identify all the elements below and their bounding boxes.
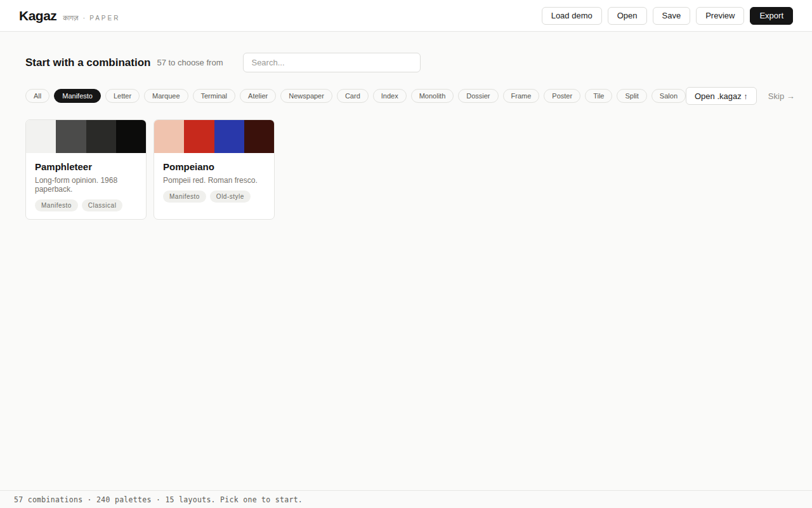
header-actions: Load demoOpenSavePreviewExport <box>542 7 793 25</box>
save-button[interactable]: Save <box>653 7 691 25</box>
filter-chip-all[interactable]: All <box>25 89 49 103</box>
page-title: Start with a combination <box>25 57 150 69</box>
status-bar: 57 combinations · 240 palettes · 15 layo… <box>0 490 812 508</box>
load-demo-button[interactable]: Load demo <box>542 7 602 25</box>
tag-manifesto: Manifesto <box>163 190 206 203</box>
combination-card-pamphleteer[interactable]: Pamphleteer Long-form opinion. 1968 pape… <box>25 119 147 220</box>
color-swatch <box>86 120 116 153</box>
upload-arrow-icon: ↑ <box>743 91 748 101</box>
logo-subtitle: कागज़ · PAPER <box>63 14 120 22</box>
color-swatch <box>244 120 274 153</box>
card-description: Long-form opinion. 1968 paperback. <box>35 176 137 194</box>
export-button[interactable]: Export <box>750 7 793 25</box>
filter-chip-salon[interactable]: Salon <box>652 89 686 103</box>
filter-chip-letter[interactable]: Letter <box>105 89 140 103</box>
tag-manifesto: Manifesto <box>35 199 78 211</box>
card-tags: ManifestoClassical <box>35 199 137 211</box>
filter-chip-split[interactable]: Split <box>617 89 646 103</box>
combination-card-grid: Pamphleteer Long-form opinion. 1968 pape… <box>25 119 787 220</box>
filter-chip-manifesto[interactable]: Manifesto <box>54 89 101 103</box>
skip-link[interactable]: Skip → <box>768 91 795 101</box>
filter-chip-poster[interactable]: Poster <box>544 89 580 103</box>
filter-chip-terminal[interactable]: Terminal <box>193 89 236 103</box>
filter-chip-marquee[interactable]: Marquee <box>144 89 188 103</box>
logo-hindi-text: कागज़ <box>63 14 78 22</box>
color-swatch <box>116 120 146 153</box>
color-swatch <box>26 120 56 153</box>
palette-swatches <box>154 120 274 153</box>
card-title: Pamphleteer <box>35 161 137 172</box>
color-swatch <box>184 120 214 153</box>
tag-old-style: Old-style <box>210 190 251 203</box>
logo: Kagaz कागज़ · PAPER <box>19 8 120 23</box>
color-swatch <box>154 120 184 153</box>
color-swatch <box>56 120 86 153</box>
skip-label: Skip <box>768 91 784 101</box>
color-swatch <box>214 120 244 153</box>
header: Kagaz कागज़ · PAPER Load demoOpenSavePre… <box>0 0 812 32</box>
combination-card-pompeiano[interactable]: Pompeiano Pompeii red. Roman fresco. Man… <box>154 119 275 220</box>
card-title: Pompeiano <box>163 161 265 172</box>
logo-suffix-text: PAPER <box>89 15 120 22</box>
open-kagaz-button[interactable]: Open .kagaz ↑ <box>686 87 757 105</box>
logo-separator-dot: · <box>83 14 86 22</box>
filter-chip-newspaper[interactable]: Newspaper <box>280 89 332 103</box>
filter-chips: AllManifestoLetterMarqueeTerminalAtelier… <box>25 89 686 103</box>
tag-classical: Classical <box>82 199 123 211</box>
app-window: Kagaz कागज़ · PAPER Load demoOpenSavePre… <box>0 0 812 508</box>
filter-row: AllManifestoLetterMarqueeTerminalAtelier… <box>25 87 787 105</box>
open-kagaz-label: Open .kagaz <box>695 91 742 101</box>
filter-chip-index[interactable]: Index <box>373 89 407 103</box>
search-input[interactable] <box>243 53 421 72</box>
card-tags: ManifestoOld-style <box>163 190 265 203</box>
filter-chip-frame[interactable]: Frame <box>503 89 540 103</box>
filter-chip-atelier[interactable]: Atelier <box>240 89 276 103</box>
combination-count: 57 to choose from <box>157 58 223 67</box>
open-button[interactable]: Open <box>608 7 647 25</box>
title-row: Start with a combination 57 to choose fr… <box>25 53 787 72</box>
filter-chip-monolith[interactable]: Monolith <box>411 89 454 103</box>
filter-chip-card[interactable]: Card <box>337 89 369 103</box>
palette-swatches <box>26 120 146 153</box>
main-content: Start with a combination 57 to choose fr… <box>0 32 812 220</box>
logo-wordmark: Kagaz <box>19 8 56 23</box>
card-description: Pompeii red. Roman fresco. <box>163 176 265 185</box>
arrow-right-icon: → <box>787 91 795 101</box>
filter-chip-tile[interactable]: Tile <box>585 89 612 103</box>
filter-chip-dossier[interactable]: Dossier <box>458 89 498 103</box>
status-text: 57 combinations · 240 palettes · 15 layo… <box>14 495 303 504</box>
filter-right-controls: Open .kagaz ↑ Skip → <box>686 87 795 105</box>
preview-button[interactable]: Preview <box>696 7 744 25</box>
